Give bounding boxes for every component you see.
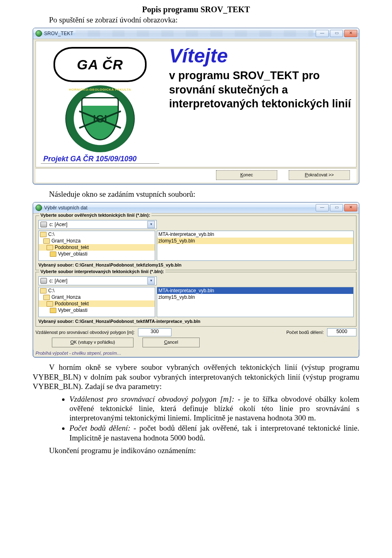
titlebar: Výběr vstupních dat — ▭ ✕ — [33, 202, 359, 213]
input-window: Výběr vstupních dat — ▭ ✕ Vyberte soubor… — [33, 202, 359, 358]
chevron-down-icon[interactable]: ▾ — [147, 221, 155, 228]
group-legend: Vyberte soubor interpretovaných tektonic… — [39, 269, 165, 274]
maximize-button[interactable]: ▭ — [330, 30, 343, 37]
file-list[interactable]: MTA-interpretace_vyb.blnzlomy15_vyb.bln — [157, 231, 354, 261]
file-row[interactable]: zlomy15_vyb.bln — [157, 294, 353, 300]
close-button[interactable]: ✕ — [344, 204, 357, 211]
follow-paragraph: Následuje okno se zadáním vstupních soub… — [33, 189, 359, 199]
dist-label: Vzdálenost pro srovnávací obvodový polyg… — [36, 330, 135, 335]
window-title: Výběr vstupních dat — [44, 205, 87, 211]
file-label: zlomy15_vyb.bln — [158, 294, 195, 300]
folder-row[interactable]: Vyber_oblasti — [39, 251, 155, 257]
folder-row[interactable]: C:\ — [39, 287, 155, 294]
folder-label: Podobnost_tekt — [55, 301, 89, 307]
folder-label: Vyber_oblasti — [58, 251, 87, 257]
bullet1-label: Vzdálenost pro srovnávací obvodový polyg… — [69, 395, 234, 403]
konec-button[interactable]: Konec — [216, 170, 277, 180]
folder-icon — [40, 288, 47, 293]
drive-combo[interactable]: c: [Acer] ▾ — [38, 220, 157, 229]
globe-icon — [36, 205, 42, 211]
after-paragraph: V horním okně se vybere soubor vybraných… — [33, 362, 359, 391]
folder-row[interactable]: Podobnost_tekt — [39, 300, 155, 307]
titlebar: SROV_TEKT — ▭ ✕ — [33, 28, 359, 39]
group-interpreted: Vyberte soubor interpretovaných tektonic… — [36, 272, 356, 327]
folder-icon — [50, 251, 56, 257]
welcome-window: SROV_TEKT — ▭ ✕ GA ČR HORNICKO-GEOLOGICK… — [33, 28, 359, 185]
folder-icon — [40, 232, 47, 237]
cancel-button[interactable]: Cancel — [143, 338, 200, 347]
selected-file-label: Vybraný soubor: C:\Grant_Honza\Podobnost… — [38, 262, 354, 267]
count-input[interactable]: 5000 — [327, 328, 356, 336]
dist-input[interactable]: 300 — [138, 328, 172, 336]
folder-label: Grant_Honza — [51, 238, 80, 244]
drive-icon — [40, 222, 47, 227]
ok-button[interactable]: OK (vstupy v pořádku) — [52, 338, 134, 347]
file-row[interactable]: MTA-interpretace_vyb.bln — [157, 231, 353, 238]
igi-band-text: HORNICKO-GEOLOGICKÁ FAKULTA — [65, 88, 135, 91]
folder-icon — [43, 295, 50, 300]
folder-label: C:\ — [48, 231, 54, 237]
folder-icon — [43, 238, 50, 244]
status-line: Probíhá výpočet - chvilku strpení, prosí… — [33, 350, 359, 357]
folder-icon — [47, 245, 53, 250]
end-paragraph: Ukončení programu je indikováno oznámení… — [33, 446, 359, 455]
folder-row[interactable]: Grant_Honza — [39, 294, 155, 300]
folder-icon — [47, 301, 53, 307]
selected-file-label: Vybraný soubor: C:\Grant_Honza\Podobnost… — [38, 319, 354, 324]
folder-row[interactable]: Podobnost_tekt — [39, 244, 155, 251]
bullet2-label: Počet bodů dělení: — [69, 424, 130, 432]
count-label: Počet bodů dělení: — [286, 330, 324, 335]
project-text: Projekt GA ČR 105/09/1090 — [41, 155, 159, 164]
window-title: SROV_TEKT — [44, 31, 73, 36]
folder-list[interactable]: C:\Grant_HonzaPodobnost_tektVyber_oblast… — [38, 231, 155, 261]
folder-icon — [50, 308, 56, 313]
maximize-button[interactable]: ▭ — [330, 204, 343, 211]
chevron-down-icon[interactable]: ▾ — [147, 277, 155, 285]
drive-combo[interactable]: c: [Acer] ▾ — [38, 276, 157, 285]
igi-logo: HORNICKO-GEOLOGICKÁ FAKULTA IGI — [65, 85, 135, 152]
minimize-button[interactable]: — — [316, 30, 329, 37]
welcome-heading: Vítejte — [169, 44, 351, 67]
file-label: MTA-interpretace_vyb.bln — [158, 231, 214, 237]
folder-list[interactable]: C:\Grant_HonzaPodobnost_tektVyber_oblast… — [38, 287, 155, 317]
list-item: Počet bodů dělení: - počet bodů dělení j… — [69, 423, 359, 442]
minimize-button[interactable]: — — [316, 204, 329, 211]
file-list[interactable]: MTA-interpretace_vyb.blnzlomy15_vyb.bln — [157, 287, 354, 317]
file-row[interactable]: MTA-interpretace_vyb.bln — [157, 287, 353, 294]
group-verified: Vyberte soubor ověřených tektonických li… — [36, 216, 356, 270]
folder-row[interactable]: C:\ — [39, 231, 155, 238]
file-label: zlomy15_vyb.bln — [158, 238, 195, 244]
drive-text: c: [Acer] — [49, 278, 67, 284]
welcome-body: v programu SROV_TEKT pro srovnání skuteč… — [169, 69, 351, 111]
file-label: MTA-interpretace_vyb.bln — [158, 288, 214, 293]
folder-row[interactable]: Vyber_oblasti — [39, 307, 155, 313]
globe-icon — [36, 30, 42, 37]
folder-row[interactable]: Grant_Honza — [39, 238, 155, 244]
file-row[interactable]: zlomy15_vyb.bln — [157, 238, 353, 244]
intro-paragraph: Po spuštění se zobrazí úvodní obrazovka: — [33, 15, 359, 24]
drive-text: c: [Acer] — [49, 222, 67, 227]
list-item: Vzdálenost pro srovnávací obvodový polyg… — [69, 394, 359, 423]
folder-label: Podobnost_tekt — [55, 245, 89, 250]
folder-label: Grant_Honza — [51, 294, 80, 300]
pokracovat-button[interactable]: Pokračovat >> — [289, 170, 350, 180]
close-button[interactable]: ✕ — [344, 30, 357, 37]
folder-label: C:\ — [48, 288, 54, 293]
drive-icon — [40, 278, 47, 284]
folder-label: Vyber_oblasti — [58, 307, 87, 313]
param-list: Vzdálenost pro srovnávací obvodový polyg… — [33, 394, 359, 442]
menu-blur — [76, 30, 313, 37]
doc-title: Popis programu SROV_TEKT — [33, 5, 359, 14]
gacr-logo: GA ČR — [53, 47, 147, 82]
group-legend: Vyberte soubor ověřených tektonických li… — [39, 213, 151, 218]
